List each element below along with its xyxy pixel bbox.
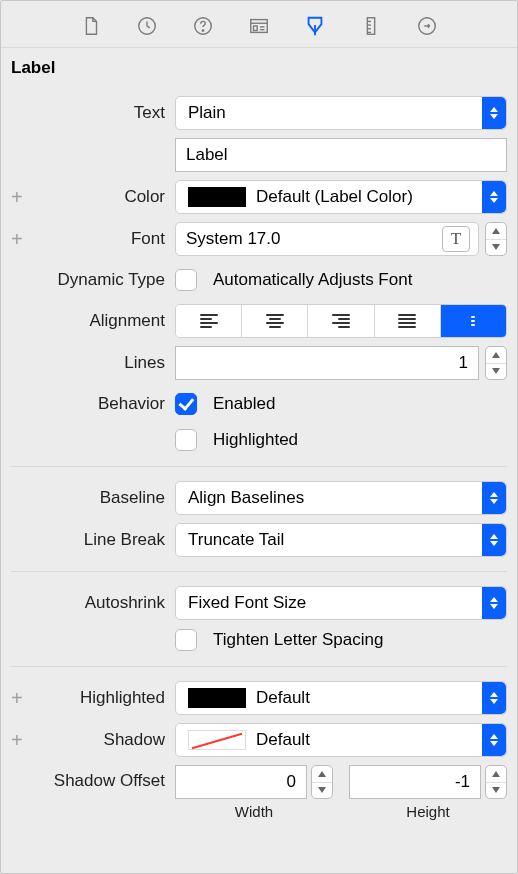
color-swatch [188,187,246,207]
dynamic-type-checkbox[interactable] [175,269,197,291]
shadow-label: Shadow [11,730,175,750]
font-size-stepper[interactable] [485,222,507,256]
add-highlighted-button[interactable]: + [11,687,23,710]
enabled-checkbox[interactable] [175,393,197,415]
shadow-swatch [188,730,246,750]
lines-field[interactable] [175,346,479,380]
stepper-down-icon[interactable] [486,240,506,256]
align-left-button[interactable] [176,305,242,337]
highlighted-checkbox[interactable] [175,429,197,451]
lines-label: Lines [11,353,175,373]
inspector-toolbar [1,1,517,48]
shadow-offset-width-stepper[interactable] [311,765,333,799]
align-justify-button[interactable] [375,305,441,337]
stepper-up-icon[interactable] [486,347,506,364]
alignment-label: Alignment [11,311,175,331]
linebreak-popup[interactable]: Truncate Tail [175,523,507,557]
behavior-label: Behavior [11,394,175,414]
shadow-offset-width-field[interactable]: 0 [175,765,307,799]
baseline-label: Baseline [11,488,175,508]
highlighted-color-popup[interactable]: Default [175,681,507,715]
add-shadow-button[interactable]: + [11,729,23,752]
alignment-segmented[interactable] [175,304,507,338]
font-picker-icon[interactable]: T [442,226,470,252]
tighten-spacing-checkbox[interactable] [175,629,197,651]
align-right-button[interactable] [308,305,374,337]
file-inspector-icon[interactable] [78,13,104,39]
autoshrink-popup[interactable]: Fixed Font Size [175,586,507,620]
align-center-button[interactable] [242,305,308,337]
shadow-offset-height-stepper[interactable] [485,765,507,799]
linebreak-label: Line Break [11,530,175,550]
font-field[interactable]: System 17.0T [175,222,479,256]
add-color-button[interactable]: + [11,186,23,209]
shadow-popup[interactable]: Default [175,723,507,757]
dynamic-type-label: Dynamic Type [11,270,175,290]
connections-inspector-icon[interactable] [414,13,440,39]
shadow-offset-label: Shadow Offset [11,765,175,791]
lines-stepper[interactable] [485,346,507,380]
baseline-popup[interactable]: Align Baselines [175,481,507,515]
size-inspector-icon[interactable] [358,13,384,39]
color-label: Color [11,187,175,207]
stepper-down-icon[interactable] [486,783,506,799]
add-font-button[interactable]: + [11,228,23,251]
stepper-up-icon[interactable] [312,766,332,783]
color-popup[interactable]: Default (Label Color) [175,180,507,214]
text-type-popup[interactable]: Plain [175,96,507,130]
font-label: Font [11,229,175,249]
autoshrink-label: Autoshrink [11,593,175,613]
svg-point-2 [202,30,203,31]
svg-rect-7 [254,26,258,31]
stepper-up-icon[interactable] [486,223,506,240]
attributes-inspector-icon[interactable] [302,13,328,39]
align-natural-button[interactable] [441,305,506,337]
width-sublabel: Width [235,803,273,820]
height-sublabel: Height [406,803,449,820]
highlighted-swatch [188,688,246,708]
help-inspector-icon[interactable] [190,13,216,39]
stepper-up-icon[interactable] [486,766,506,783]
identity-inspector-icon[interactable] [246,13,272,39]
text-value-field[interactable] [175,138,507,172]
attributes-inspector-panel: Label Text Plain + Color Default (Label … [0,0,518,874]
highlighted-color-label: Highlighted [11,688,175,708]
shadow-offset-height-field[interactable]: -1 [349,765,481,799]
stepper-down-icon[interactable] [486,364,506,380]
history-inspector-icon[interactable] [134,13,160,39]
stepper-down-icon[interactable] [312,783,332,799]
section-header: Label [1,48,517,92]
text-label: Text [11,103,175,123]
